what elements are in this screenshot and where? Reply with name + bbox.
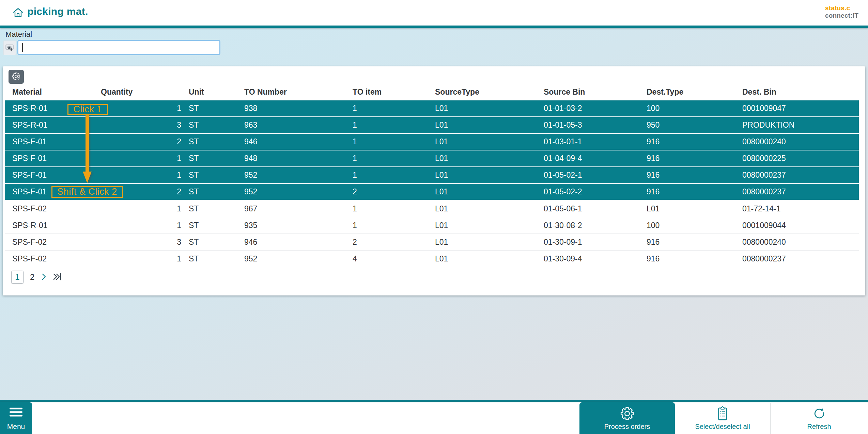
gear-icon — [619, 406, 635, 422]
select-deselect-all-button[interactable]: Select/deselect all — [675, 402, 770, 434]
brand-logo-line1: status.c — [825, 4, 858, 12]
cell-source_type: L01 — [435, 150, 544, 166]
cell-quantity: 1 — [101, 200, 181, 217]
header-divider — [0, 26, 868, 28]
cell-to_item: 1 — [353, 117, 435, 133]
table-header-row: MaterialQuantityUnitTO NumberTO itemSour… — [5, 84, 859, 100]
table-row[interactable]: SPS-F-021ST9524L0101-30-09-4916008000023… — [5, 251, 859, 267]
table-row[interactable]: SPS-F-012ST9461L0101-03-01-1916008000024… — [5, 134, 859, 150]
cell-source_type: L01 — [435, 217, 544, 234]
cell-dest_bin: 0080000240 — [742, 134, 859, 150]
column-header-to_number[interactable]: TO Number — [244, 84, 353, 100]
column-header-source_type[interactable]: SourceType — [435, 84, 544, 100]
annotation-click-1: Click 1 — [67, 104, 108, 115]
table-row[interactable]: SPS-R-011ST9381L0101-01-03-2100000100904… — [5, 100, 859, 117]
cell-unit: ST — [181, 234, 244, 250]
cell-to_number: 952 — [244, 251, 353, 267]
table-row[interactable]: SPS-R-011ST9351L0101-30-08-2100000100904… — [5, 217, 859, 234]
brand-logo-line2: connect:IT — [825, 12, 858, 19]
cell-source_bin: 01-05-02-1 — [544, 167, 647, 183]
column-header-dest_bin[interactable]: Dest. Bin — [742, 84, 859, 100]
home-icon[interactable] — [12, 7, 24, 18]
cell-quantity: 1 — [101, 167, 181, 183]
cell-quantity: 3 — [101, 117, 181, 133]
cell-source_type: L01 — [435, 117, 544, 133]
cell-dest_type: 916 — [647, 251, 742, 267]
menu-button-label: Menu — [7, 422, 25, 431]
orders-table-card: MaterialQuantityUnitTO NumberTO itemSour… — [3, 66, 865, 295]
refresh-button[interactable]: Refresh — [770, 402, 868, 434]
page-title: picking mat. — [27, 6, 88, 17]
cell-to_number: 948 — [244, 150, 353, 166]
cell-source_bin: 01-05-06-1 — [544, 200, 647, 217]
keyboard-icon — [5, 43, 14, 53]
table-row[interactable]: SPS-F-023ST9462L0101-30-09-1916008000024… — [5, 234, 859, 251]
pagination: 1 2 — [11, 271, 62, 284]
cell-to_number: 963 — [244, 117, 353, 133]
cell-source_bin: 01-05-02-2 — [544, 184, 647, 200]
table-settings-button[interactable] — [9, 70, 24, 84]
next-page-button[interactable] — [41, 273, 47, 282]
cell-to_number: 946 — [244, 234, 353, 250]
cell-to_item: 1 — [353, 150, 435, 166]
cell-quantity: 3 — [101, 234, 181, 250]
table-row[interactable]: SPS-R-013ST9631L0101-01-05-3950PRODUKTIO… — [5, 117, 859, 134]
cell-dest_bin: 0080000237 — [742, 184, 859, 200]
cell-to_item: 4 — [353, 251, 435, 267]
column-header-unit[interactable]: Unit — [181, 84, 244, 100]
cell-dest_type: L01 — [647, 200, 742, 217]
cell-to_number: 938 — [244, 100, 353, 116]
cell-to_number: 952 — [244, 184, 353, 200]
cell-to_item: 1 — [353, 100, 435, 116]
table-row[interactable]: SPS-F-011ST9481L0101-04-09-4916008000022… — [5, 150, 859, 167]
cell-source_type: L01 — [435, 234, 544, 250]
cell-unit: ST — [181, 100, 244, 116]
cell-dest_bin: 0001009044 — [742, 217, 859, 234]
page-2-button[interactable]: 2 — [29, 272, 35, 282]
footer-divider — [0, 400, 868, 402]
last-page-button[interactable] — [53, 273, 62, 282]
column-header-material[interactable]: Material — [5, 84, 101, 100]
menu-button[interactable]: Menu — [0, 402, 32, 434]
material-input[interactable] — [17, 40, 220, 55]
cell-material: SPS-F-02 — [5, 234, 101, 250]
cell-source_bin: 01-03-01-1 — [544, 134, 647, 150]
column-header-to_item[interactable]: TO item — [353, 84, 435, 100]
footer-button-divider — [675, 403, 675, 434]
process-orders-button[interactable]: Process orders — [579, 402, 675, 434]
page-1-button[interactable]: 1 — [11, 271, 24, 284]
table-toolbar — [3, 66, 865, 84]
cell-quantity: 1 — [101, 100, 181, 116]
cell-to_number: 967 — [244, 200, 353, 217]
cell-to_item: 1 — [353, 167, 435, 183]
cell-dest_type: 950 — [647, 117, 742, 133]
cell-unit: ST — [181, 150, 244, 166]
cell-dest_type: 916 — [647, 167, 742, 183]
cell-quantity: 2 — [101, 134, 181, 150]
cell-dest_bin: 0080000240 — [742, 234, 859, 250]
footer-button-divider — [770, 403, 771, 434]
cell-unit: ST — [181, 200, 244, 217]
refresh-label: Refresh — [807, 423, 831, 431]
select-deselect-all-label: Select/deselect all — [695, 423, 750, 431]
cell-unit: ST — [181, 117, 244, 133]
column-header-source_bin[interactable]: Source Bin — [544, 84, 647, 100]
column-header-dest_type[interactable]: Dest.Type — [647, 84, 742, 100]
cell-to_number: 946 — [244, 134, 353, 150]
table-row[interactable]: SPS-F-021ST9671L0101-05-06-1L0101-72-14-… — [5, 200, 859, 217]
cell-unit: ST — [181, 167, 244, 183]
keyboard-button[interactable] — [3, 41, 16, 55]
table-row[interactable]: SPS-F-011ST9521L0101-05-02-1916008000023… — [5, 167, 859, 184]
cell-unit: ST — [181, 184, 244, 200]
footer-bar: Menu Process orders Select/deselect all — [0, 402, 868, 434]
cell-unit: ST — [181, 251, 244, 267]
cell-to_item: 1 — [353, 200, 435, 217]
cell-source_type: L01 — [435, 184, 544, 200]
annotation-shift-click-2: Shift & Click 2 — [51, 186, 123, 198]
table-row[interactable]: SPS-F-012ST9522L0101-05-02-2916008000023… — [5, 184, 859, 200]
cell-source_bin: 01-30-09-4 — [544, 251, 647, 267]
cell-dest_type: 100 — [647, 217, 742, 234]
cell-source_bin: 01-01-05-3 — [544, 117, 647, 133]
cell-dest_type: 916 — [647, 150, 742, 166]
column-header-quantity[interactable]: Quantity — [101, 84, 181, 100]
